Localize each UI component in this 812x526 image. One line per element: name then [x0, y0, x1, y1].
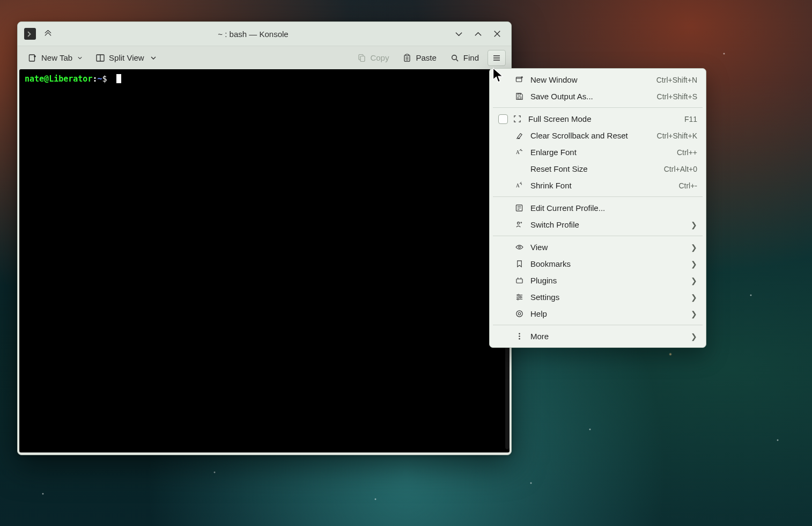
submenu-arrow-icon: ❯ [691, 310, 697, 318]
menu-label: Enlarge Font [530, 148, 670, 157]
new-tab-icon [28, 54, 37, 62]
maximize-button[interactable] [470, 26, 485, 41]
svg-text:A: A [515, 150, 519, 155]
svg-point-40 [519, 335, 520, 337]
clear-icon [514, 132, 524, 140]
konsole-window: ~ : bash — Konsole New Tab Split View [17, 21, 512, 455]
svg-point-41 [519, 338, 520, 340]
menu-separator [493, 236, 703, 236]
paste-button[interactable]: Paste [397, 50, 441, 65]
svg-rect-4 [360, 56, 365, 61]
svg-rect-0 [29, 55, 35, 61]
close-button[interactable] [490, 26, 505, 41]
split-view-icon [96, 54, 105, 62]
menu-item-view[interactable]: View ❯ [490, 239, 706, 255]
menu-item-shrink-font[interactable]: A Shrink Font Ctrl+- [490, 177, 706, 194]
terminal-view[interactable]: nate@Liberator:~$ [19, 69, 510, 452]
submenu-arrow-icon: ❯ [691, 332, 697, 341]
minimize-button[interactable] [451, 26, 466, 41]
submenu-arrow-icon: ❯ [691, 243, 697, 252]
menu-label: View [530, 243, 684, 252]
view-icon [514, 243, 524, 251]
menu-label: Save Output As... [530, 92, 651, 101]
menu-label: New Window [530, 75, 650, 84]
menu-item-help[interactable]: Help ❯ [490, 305, 706, 322]
hamburger-icon [492, 54, 501, 62]
svg-rect-6 [406, 54, 409, 56]
edit-profile-icon [514, 204, 524, 212]
checkbox-icon[interactable] [498, 114, 508, 124]
menu-item-edit-profile[interactable]: Edit Current Profile... [490, 200, 706, 216]
svg-rect-17 [518, 97, 521, 99]
menu-accel: Ctrl+Shift+S [657, 92, 697, 101]
paste-label: Paste [416, 53, 436, 62]
help-icon [514, 310, 524, 318]
svg-point-34 [519, 296, 521, 298]
font-enlarge-icon: A [514, 148, 524, 156]
menu-label: Bookmarks [530, 259, 684, 268]
svg-point-36 [517, 298, 519, 300]
menu-label: Switch Profile [530, 220, 684, 229]
main-toolbar: New Tab Split View Copy Paste [18, 46, 511, 69]
svg-point-39 [519, 333, 520, 335]
menu-label: Plugins [530, 276, 684, 285]
font-shrink-icon: A [514, 181, 524, 189]
switch-profile-icon [514, 221, 524, 229]
menu-item-more[interactable]: More ❯ [490, 328, 706, 345]
hamburger-dropdown-menu: New Window Ctrl+Shift+N Save Output As..… [489, 68, 706, 348]
menu-label: Settings [530, 293, 684, 302]
svg-rect-15 [516, 77, 521, 82]
new-tab-button[interactable]: New Tab [23, 50, 87, 65]
menu-item-switch-profile[interactable]: Switch Profile ❯ [490, 216, 706, 233]
svg-rect-28 [516, 279, 522, 283]
menu-item-clear-scrollback[interactable]: Clear Scrollback and Reset Ctrl+Shift+K [490, 127, 706, 144]
prompt-suffix: $ [102, 74, 107, 84]
prompt-user-host: nate@Liberator [25, 74, 92, 84]
split-view-button[interactable]: Split View [91, 50, 161, 65]
menu-item-reset-font[interactable]: Reset Font Size Ctrl+Alt+0 [490, 160, 706, 177]
copy-icon [357, 54, 366, 62]
submenu-arrow-icon: ❯ [691, 221, 697, 229]
fullscreen-icon [512, 115, 522, 123]
titlebar[interactable]: ~ : bash — Konsole [18, 22, 511, 46]
menu-label: Shrink Font [530, 181, 672, 190]
menu-label: Reset Font Size [530, 164, 658, 173]
svg-point-27 [518, 246, 520, 249]
menu-item-new-window[interactable]: New Window Ctrl+Shift+N [490, 71, 706, 88]
menu-label: Edit Current Profile... [530, 203, 697, 213]
prompt-path: ~ [97, 74, 102, 84]
find-button[interactable]: Find [445, 50, 484, 65]
svg-point-38 [518, 312, 520, 315]
menu-item-full-screen[interactable]: Full Screen Mode F11 [490, 111, 706, 127]
menu-item-bookmarks[interactable]: Bookmarks ❯ [490, 255, 706, 272]
menu-accel: Ctrl+Shift+N [656, 76, 697, 84]
menu-item-plugins[interactable]: Plugins ❯ [490, 272, 706, 289]
submenu-arrow-icon: ❯ [691, 260, 697, 268]
app-icon [24, 28, 36, 40]
submenu-arrow-icon: ❯ [691, 276, 697, 285]
svg-point-10 [452, 55, 457, 60]
find-label: Find [463, 53, 479, 62]
hamburger-menu-button[interactable] [488, 50, 506, 66]
menu-separator [493, 107, 703, 108]
split-view-label: Split View [109, 53, 144, 62]
menu-item-settings[interactable]: Settings ❯ [490, 289, 706, 305]
svg-line-11 [456, 59, 458, 61]
menu-label: Clear Scrollback and Reset [530, 131, 651, 140]
new-tab-label: New Tab [41, 53, 72, 62]
menu-label: Help [530, 309, 684, 318]
menu-accel: Ctrl++ [677, 148, 697, 157]
expand-up-icon[interactable] [40, 26, 55, 41]
dropdown-caret-icon [78, 56, 82, 60]
svg-point-37 [516, 311, 522, 317]
search-icon [451, 54, 459, 62]
svg-rect-18 [518, 93, 520, 95]
menu-accel: F11 [684, 115, 697, 123]
menu-label: More [530, 332, 684, 341]
menu-accel: Ctrl+Alt+0 [664, 165, 697, 173]
menu-item-save-output[interactable]: Save Output As... Ctrl+Shift+S [490, 88, 706, 105]
svg-point-26 [517, 222, 519, 224]
copy-label: Copy [370, 53, 389, 62]
menu-item-enlarge-font[interactable]: A Enlarge Font Ctrl++ [490, 144, 706, 160]
menu-accel: Ctrl+Shift+K [657, 132, 697, 140]
